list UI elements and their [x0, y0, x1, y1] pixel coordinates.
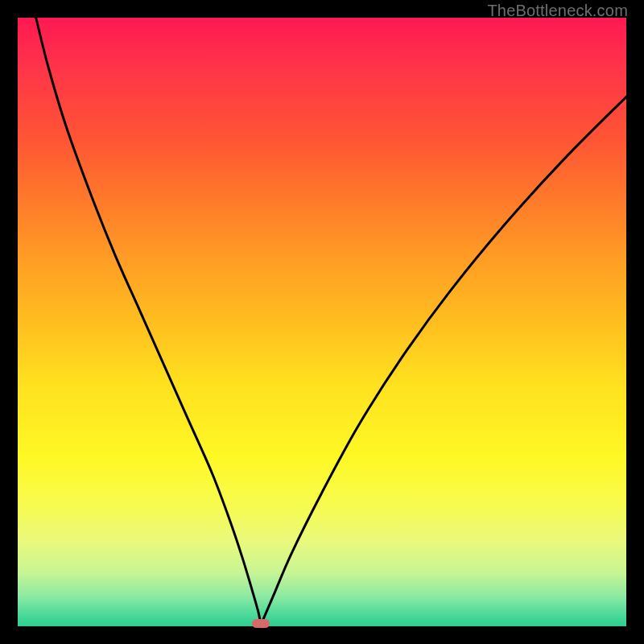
plot-area [18, 18, 626, 626]
curve-svg [18, 18, 626, 626]
minimum-marker [252, 619, 270, 628]
chart-frame: TheBottleneck.com [0, 0, 644, 644]
bottleneck-curve-path [36, 18, 626, 623]
